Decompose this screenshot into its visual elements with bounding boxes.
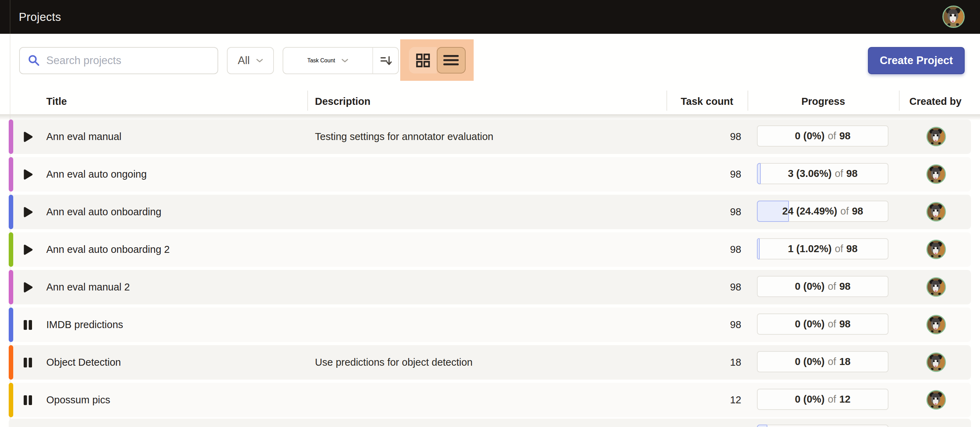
progress-bar (757, 425, 888, 427)
opossum-avatar (928, 166, 945, 183)
list-view-button[interactable] (437, 47, 466, 73)
project-row[interactable]: Ann eval auto onboarding 98 24 (24.49%)o… (9, 195, 971, 229)
creator-avatar (926, 390, 946, 409)
task-count-value (667, 419, 741, 427)
app-header: Projects (0, 0, 980, 34)
creator-avatar (926, 277, 946, 297)
project-title: Ann eval manual 2 (46, 270, 130, 304)
table-header: Title Description Task count Progress Cr… (0, 88, 980, 115)
project-color-stripe (9, 195, 13, 229)
pause-icon[interactable] (22, 308, 34, 342)
project-row[interactable]: Ann eval auto onboarding 2 98 1 (1.02%)o… (9, 232, 971, 267)
progress-label: 24 (24.49%)of98 (782, 206, 863, 217)
progress-fill (757, 238, 760, 260)
pause-icon[interactable] (22, 383, 34, 417)
progress-label: 0 (0%)of98 (795, 318, 851, 330)
pause-icon[interactable] (22, 345, 34, 380)
opossum-avatar (928, 316, 945, 333)
creator-avatar (926, 315, 946, 335)
project-row[interactable]: Ann eval auto ongoing 98 3 (3.06%)of98 (9, 157, 971, 191)
sort-direction-button[interactable] (373, 48, 398, 73)
task-count-value: 98 (667, 195, 741, 229)
play-icon[interactable] (22, 232, 34, 267)
view-toggle-highlight (400, 39, 474, 81)
project-row[interactable] (9, 419, 971, 427)
task-count-value: 98 (667, 308, 741, 342)
project-title: Ann eval manual (46, 119, 121, 154)
project-description: Testing settings for annotator evaluatio… (315, 119, 493, 154)
progress-label: 0 (0%)of98 (795, 130, 851, 142)
opossum-avatar (928, 278, 945, 296)
creator-avatar (926, 127, 946, 146)
column-header-task-count: Task count (667, 88, 748, 115)
creator-avatar (926, 202, 946, 221)
projects-page: Projects All Task Count (0, 0, 980, 427)
project-color-stripe (9, 157, 13, 191)
project-color-stripe (9, 345, 13, 380)
progress-fill (757, 425, 767, 427)
column-divider (307, 91, 308, 111)
column-header-title: Title (46, 88, 67, 115)
toolbar: All Task Count Create Projec (0, 34, 980, 89)
opossum-avatar (943, 6, 964, 27)
play-icon[interactable] (22, 119, 34, 154)
chevron-down-icon (256, 59, 263, 63)
sort-field-dropdown[interactable]: Task Count (283, 57, 372, 64)
project-title: Opossum pics (46, 383, 110, 417)
progress-label: 3 (3.06%)of98 (788, 168, 858, 179)
play-icon[interactable] (22, 157, 34, 191)
project-row[interactable]: Ann eval manual 2 98 0 (0%)of98 (9, 270, 971, 304)
sort-field-value: Task Count (307, 57, 335, 64)
task-count-value: 18 (667, 345, 741, 380)
opossum-avatar (928, 128, 945, 145)
creator-avatar (926, 352, 946, 372)
project-row[interactable]: Object Detection Use predictions for obj… (9, 345, 971, 380)
creator-avatar (926, 240, 946, 259)
opossum-avatar (928, 203, 945, 220)
play-icon[interactable] (22, 195, 34, 229)
progress-bar: 24 (24.49%)of98 (757, 201, 888, 222)
column-header-description: Description (315, 88, 371, 115)
project-description: Use predictions for object detection (315, 345, 473, 380)
create-project-button[interactable]: Create Project (868, 47, 965, 74)
search-input[interactable] (46, 54, 218, 67)
opossum-avatar (928, 391, 945, 408)
play-icon[interactable] (22, 270, 34, 304)
task-count-value: 98 (667, 157, 741, 191)
column-header-progress: Progress (748, 88, 899, 115)
task-count-value: 98 (667, 232, 741, 267)
progress-label: 0 (0%)of98 (795, 281, 851, 292)
search-icon (27, 54, 41, 67)
project-color-stripe (9, 383, 13, 417)
user-avatar[interactable] (942, 6, 965, 28)
task-count-value: 98 (667, 119, 741, 154)
project-title: Ann eval auto ongoing (46, 157, 147, 191)
sort-control-group: Task Count (283, 47, 399, 74)
list-view-icon (443, 54, 460, 67)
progress-bar: 0 (0%)of98 (757, 314, 888, 335)
progress-label: 1 (1.02%)of98 (788, 243, 858, 255)
filter-value: All (238, 54, 250, 67)
grid-view-icon (415, 53, 430, 68)
project-row[interactable]: Ann eval manual Testing settings for ann… (9, 119, 971, 154)
grid-view-button[interactable] (409, 47, 437, 73)
project-title: Object Detection (46, 345, 121, 380)
progress-bar: 1 (1.02%)of98 (757, 238, 888, 260)
project-row[interactable]: IMDB predictions 98 0 (0%)of98 (9, 308, 971, 342)
filter-dropdown[interactable]: All (227, 47, 274, 74)
progress-bar: 0 (0%)of98 (757, 125, 888, 147)
progress-bar: 3 (3.06%)of98 (757, 163, 888, 184)
search-box (19, 47, 218, 74)
view-toggle (409, 47, 466, 73)
progress-bar: 0 (0%)of98 (757, 276, 888, 297)
opossum-avatar (928, 354, 945, 371)
project-title: Ann eval auto onboarding 2 (46, 232, 170, 267)
progress-fill (757, 163, 761, 184)
project-title: Ann eval auto onboarding (46, 195, 161, 229)
progress-bar: 0 (0%)of12 (757, 389, 888, 410)
project-title: IMDB predictions (46, 308, 123, 342)
progress-label: 0 (0%)of12 (795, 394, 851, 405)
project-color-stripe (9, 119, 13, 154)
project-row[interactable]: Opossum pics 12 0 (0%)of12 (9, 383, 971, 417)
chevron-down-icon (341, 59, 348, 63)
